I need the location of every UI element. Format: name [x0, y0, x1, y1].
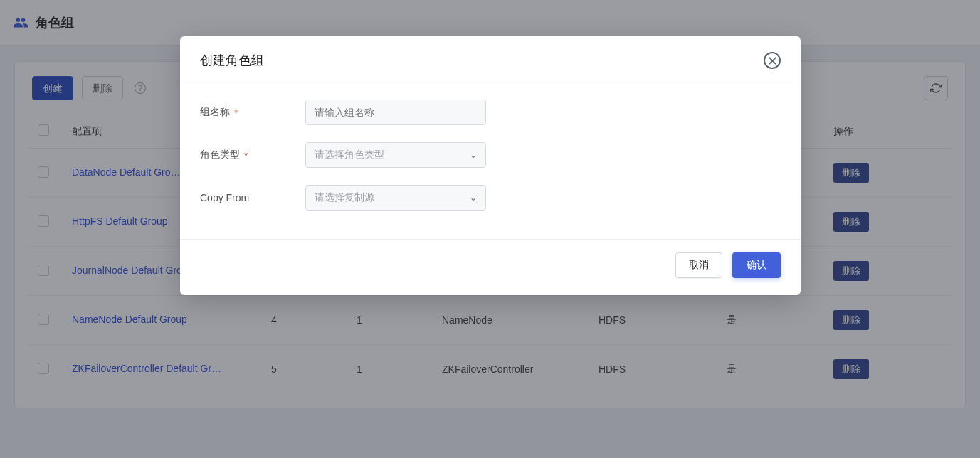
modal-footer: 取消 确认: [180, 239, 801, 295]
label-copy-from: Copy From: [200, 192, 305, 203]
form-row-role-type: 角色类型 * 请选择角色类型 ⌄: [200, 142, 781, 168]
chevron-down-icon: ⌄: [470, 150, 477, 160]
role-type-select[interactable]: 请选择角色类型 ⌄: [305, 142, 486, 168]
confirm-button[interactable]: 确认: [732, 252, 781, 278]
cancel-button[interactable]: 取消: [675, 252, 722, 278]
close-icon: [769, 57, 776, 65]
form-row-copy-from: Copy From 请选择复制源 ⌄: [200, 185, 781, 211]
close-button[interactable]: [764, 52, 781, 69]
modal-title: 创建角色组: [200, 52, 264, 69]
group-name-input[interactable]: [305, 100, 486, 125]
required-mark: *: [234, 107, 238, 118]
chevron-down-icon: ⌄: [470, 193, 477, 203]
modal-body: 组名称 * 角色类型 * 请选择角色类型 ⌄ Copy From 请选择复制源 …: [180, 85, 801, 239]
label-role-type: 角色类型 *: [200, 149, 305, 161]
required-mark: *: [244, 150, 248, 161]
label-group-name: 组名称 *: [200, 106, 305, 119]
create-role-group-modal: 创建角色组 组名称 * 角色类型 * 请选择角色类型 ⌄ Copy Fro: [180, 36, 801, 295]
modal-header: 创建角色组: [180, 36, 801, 85]
copy-from-select[interactable]: 请选择复制源 ⌄: [305, 185, 486, 211]
form-row-group-name: 组名称 *: [200, 100, 781, 125]
